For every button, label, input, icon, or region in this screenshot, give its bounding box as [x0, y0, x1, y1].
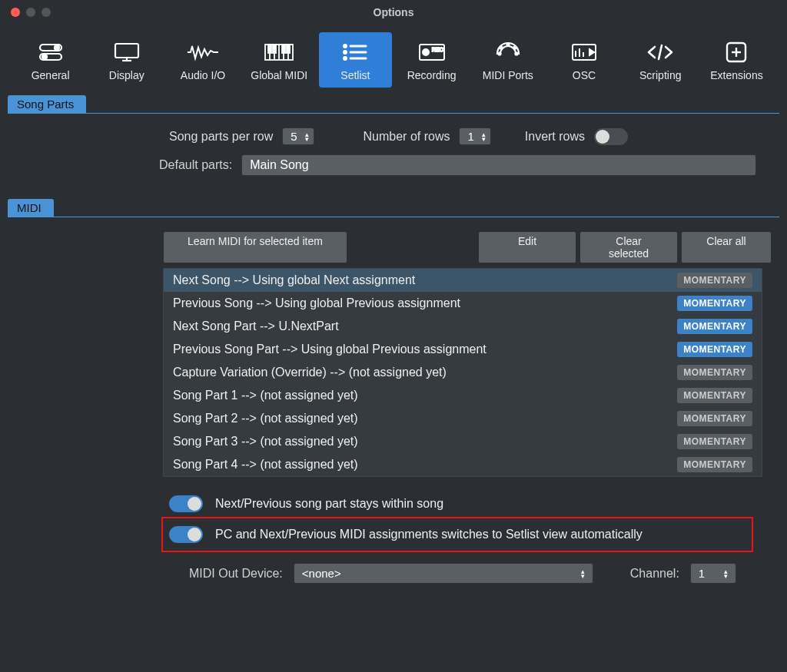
tab-setlist[interactable]: Setlist	[319, 32, 392, 88]
auto-setlist-view-label: PC and Next/Previous MIDI assignments sw…	[215, 528, 643, 541]
svg-point-27	[500, 47, 502, 49]
tab-recording[interactable]: REC Recording	[395, 32, 468, 88]
svg-point-1	[55, 45, 59, 50]
number-of-rows-label: Number of rows	[364, 130, 450, 144]
momentary-badge[interactable]: MOMENTARY	[677, 296, 752, 311]
list-item[interactable]: Next Song --> Using global Next assignme…	[164, 269, 762, 292]
default-parts-label: Default parts:	[159, 158, 232, 172]
traffic-lights	[0, 8, 51, 17]
tab-label: OSC	[573, 69, 596, 81]
list-item-text: Song Part 3 --> (not assigned yet)	[173, 435, 358, 449]
highlighted-option: PC and Next/Previous MIDI assignments sw…	[161, 517, 753, 552]
tab-extensions[interactable]: Extensions	[700, 32, 773, 88]
svg-point-26	[506, 44, 509, 46]
tab-label: Global MIDI	[251, 69, 307, 81]
svg-rect-15	[282, 45, 285, 53]
edit-button[interactable]: Edit	[478, 231, 576, 263]
close-window-button[interactable]	[11, 8, 20, 17]
stepper-arrows-icon: ▴▾	[305, 132, 309, 141]
momentary-badge[interactable]: MOMENTARY	[677, 388, 752, 403]
list-item-text: Next Song --> Using global Next assignme…	[173, 273, 415, 287]
svg-point-30	[515, 53, 517, 55]
number-of-rows-stepper[interactable]: 1 ▴▾	[459, 127, 490, 145]
song-parts-per-row-label: Song parts per row	[169, 130, 273, 144]
song-parts-per-row-stepper[interactable]: 5 ▴▾	[282, 127, 314, 145]
learn-midi-button[interactable]: Learn MIDI for selected item	[163, 231, 347, 263]
stepper-value: 1	[467, 130, 473, 143]
tab-midi-ports[interactable]: MIDI Ports	[471, 32, 544, 88]
list-item[interactable]: Song Part 3 --> (not assigned yet)MOMENT…	[164, 430, 762, 453]
list-item[interactable]: Song Part 2 --> (not assigned yet)MOMENT…	[164, 407, 762, 430]
invert-rows-toggle[interactable]	[594, 128, 628, 145]
stay-within-song-label: Next/Previous song part stays within son…	[215, 497, 443, 511]
list-item[interactable]: Song Part 1 --> (not assigned yet)MOMENT…	[164, 384, 762, 407]
record-icon: REC	[417, 38, 447, 66]
select-value: <none>	[302, 567, 341, 580]
midi-button-row: Learn MIDI for selected item Edit Clear …	[163, 231, 772, 263]
section-divider	[8, 217, 779, 217]
svg-rect-13	[268, 45, 271, 53]
svg-point-21	[344, 58, 347, 60]
tab-global-midi[interactable]: Global MIDI	[243, 32, 316, 88]
clear-selected-button[interactable]: Clear selected	[579, 231, 678, 263]
svg-text:REC: REC	[432, 47, 443, 52]
tab-display[interactable]: Display	[90, 32, 163, 88]
default-parts-input[interactable]: Main Song	[241, 154, 756, 176]
tab-general[interactable]: General	[14, 32, 87, 88]
momentary-badge[interactable]: MOMENTARY	[677, 457, 752, 472]
midi-port-icon	[494, 38, 522, 66]
midi-assignment-list[interactable]: Next Song --> Using global Next assignme…	[163, 268, 762, 477]
momentary-badge[interactable]: MOMENTARY	[677, 319, 752, 334]
list-item[interactable]: Next Song Part --> U.NextPartMOMENTARY	[164, 315, 762, 338]
momentary-badge[interactable]: MOMENTARY	[677, 411, 752, 426]
tab-label: Scripting	[639, 69, 681, 81]
svg-point-19	[344, 51, 347, 54]
osc-icon	[569, 38, 599, 66]
list-item-text: Next Song Part --> U.NextPart	[173, 319, 339, 333]
list-item[interactable]: Capture Variation (Override) --> (not as…	[164, 361, 762, 384]
section-tab-song-parts: Song Parts	[8, 95, 86, 113]
midi-out-device-label: MIDI Out Device:	[189, 567, 283, 581]
tab-label: Audio I/O	[181, 69, 225, 81]
list-item[interactable]: Previous Song Part --> Using global Prev…	[164, 338, 762, 361]
svg-point-29	[498, 53, 500, 55]
minimize-window-button[interactable]	[26, 8, 35, 17]
song-parts-section: Song parts per row 5 ▴▾ Number of rows 1…	[0, 124, 787, 199]
stepper-arrows-icon: ▴▾	[482, 132, 486, 141]
tab-audio-io[interactable]: Audio I/O	[166, 32, 239, 88]
momentary-badge[interactable]: MOMENTARY	[677, 365, 752, 380]
svg-marker-35	[589, 49, 594, 55]
channel-select[interactable]: 1 ▴▾	[690, 563, 736, 584]
toggle-row-auto-setlist-view: PC and Next/Previous MIDI assignments sw…	[169, 521, 745, 548]
tab-label: Extensions	[710, 69, 762, 81]
momentary-badge[interactable]: MOMENTARY	[677, 342, 752, 357]
code-icon	[645, 38, 676, 66]
monitor-icon	[111, 38, 142, 66]
tab-label: General	[32, 69, 70, 81]
auto-setlist-view-toggle[interactable]	[169, 526, 203, 543]
tab-label: Setlist	[340, 69, 370, 81]
stay-within-song-toggle[interactable]	[169, 495, 203, 512]
midi-out-row: MIDI Out Device: <none> ▴▾ Channel: 1 ▴▾	[189, 563, 772, 584]
svg-rect-16	[287, 45, 290, 53]
sliders-icon	[35, 38, 66, 66]
svg-point-24	[423, 49, 429, 55]
svg-point-3	[42, 55, 47, 59]
tab-label: Recording	[407, 69, 457, 81]
midi-out-device-select[interactable]: <none> ▴▾	[294, 563, 593, 584]
list-item-text: Song Part 2 --> (not assigned yet)	[173, 412, 358, 425]
tab-osc[interactable]: OSC	[547, 32, 620, 88]
list-item[interactable]: Previous Song --> Using global Previous …	[164, 292, 762, 315]
stepper-value: 5	[291, 130, 297, 143]
maximize-window-button[interactable]	[42, 8, 51, 17]
list-icon	[341, 38, 369, 66]
list-item-text: Capture Variation (Override) --> (not as…	[173, 366, 447, 379]
list-item[interactable]: Song Part 4 --> (not assigned yet)MOMENT…	[164, 453, 762, 476]
clear-all-button[interactable]: Clear all	[681, 231, 772, 263]
tab-scripting[interactable]: Scripting	[624, 32, 697, 88]
invert-rows-label: Invert rows	[525, 130, 585, 144]
momentary-badge[interactable]: MOMENTARY	[677, 273, 752, 288]
toggle-row-stay-within-song: Next/Previous song part stays within son…	[169, 491, 772, 517]
section-divider	[8, 113, 779, 114]
momentary-badge[interactable]: MOMENTARY	[677, 434, 752, 449]
